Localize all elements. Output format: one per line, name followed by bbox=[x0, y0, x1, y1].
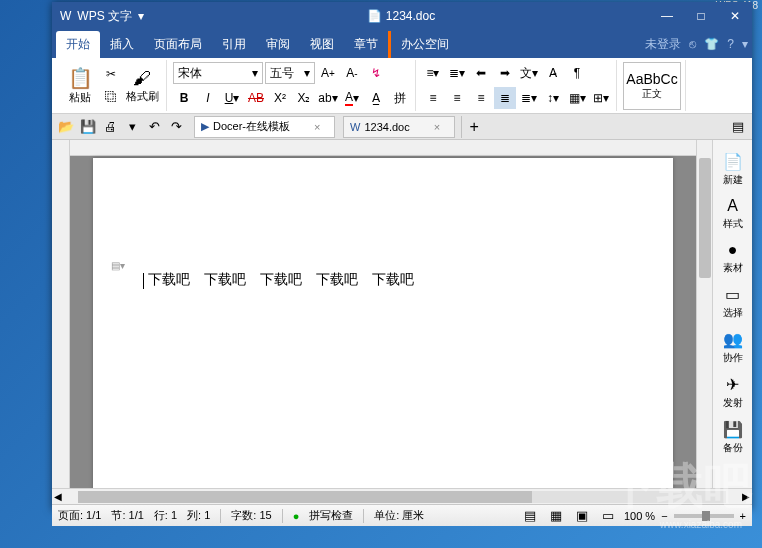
zoom-in-button[interactable]: + bbox=[740, 510, 746, 522]
status-page[interactable]: 页面: 1/1 bbox=[58, 508, 101, 523]
hscroll-thumb[interactable] bbox=[78, 491, 532, 503]
numbering-button[interactable]: ≣▾ bbox=[446, 62, 468, 84]
view-mode-2[interactable]: ▦ bbox=[546, 506, 566, 526]
cut-button[interactable]: ✂ bbox=[100, 63, 122, 85]
menu-insert[interactable]: 插入 bbox=[100, 31, 144, 58]
print-button[interactable]: 🖨 bbox=[100, 117, 120, 137]
tab-docer[interactable]: ▶ Docer-在线模板 × bbox=[194, 116, 335, 138]
tabs-list-button[interactable]: ▤ bbox=[728, 117, 748, 137]
highlight-button[interactable]: ab▾ bbox=[317, 87, 339, 109]
clear-format-button[interactable]: ↯ bbox=[365, 62, 387, 84]
status-spell[interactable]: 拼写检查 bbox=[309, 508, 353, 523]
side-backup[interactable]: 💾备份 bbox=[715, 416, 751, 459]
undo-button[interactable]: ↶ bbox=[144, 117, 164, 137]
shading-button[interactable]: ▦▾ bbox=[566, 87, 588, 109]
separator bbox=[363, 509, 364, 523]
status-zoom[interactable]: 100 % bbox=[624, 510, 655, 522]
side-styles[interactable]: A样式 bbox=[715, 193, 751, 235]
side-new[interactable]: 📄新建 bbox=[715, 148, 751, 191]
zoom-thumb[interactable] bbox=[702, 511, 710, 521]
menu-start[interactable]: 开始 bbox=[56, 31, 100, 58]
maximize-button[interactable]: □ bbox=[684, 2, 718, 30]
reveal-button[interactable]: А̵ bbox=[542, 62, 564, 84]
align-center-button[interactable]: ≡ bbox=[446, 87, 468, 109]
status-unit[interactable]: 单位: 厘米 bbox=[374, 508, 424, 523]
bullets-button[interactable]: ≡▾ bbox=[422, 62, 444, 84]
bold-button[interactable]: B bbox=[173, 87, 195, 109]
align-right-button[interactable]: ≡ bbox=[470, 87, 492, 109]
scroll-left-icon[interactable]: ◀ bbox=[52, 491, 64, 502]
vertical-scrollbar[interactable] bbox=[696, 140, 712, 488]
tab-document[interactable]: W 1234.doc × bbox=[343, 116, 455, 138]
view-mode-4[interactable]: ▭ bbox=[598, 506, 618, 526]
status-col[interactable]: 列: 1 bbox=[187, 508, 210, 523]
status-section[interactable]: 节: 1/1 bbox=[111, 508, 143, 523]
justify-button[interactable]: ≣ bbox=[494, 87, 516, 109]
title-dropdown-icon[interactable]: ▾ bbox=[138, 9, 144, 23]
save-button[interactable]: 💾 bbox=[78, 117, 98, 137]
subscript-button[interactable]: X₂ bbox=[293, 87, 315, 109]
strikethrough-button[interactable]: AB bbox=[245, 87, 267, 109]
status-line[interactable]: 行: 1 bbox=[154, 508, 177, 523]
menu-view[interactable]: 视图 bbox=[300, 31, 344, 58]
view-mode-1[interactable]: ▤ bbox=[520, 506, 540, 526]
vertical-ruler[interactable] bbox=[52, 140, 70, 488]
login-status[interactable]: 未登录 bbox=[645, 36, 681, 53]
view-mode-3[interactable]: ▣ bbox=[572, 506, 592, 526]
tab-docer-close[interactable]: × bbox=[314, 121, 328, 133]
zoom-slider[interactable] bbox=[674, 514, 734, 518]
borders-button[interactable]: ⊞▾ bbox=[590, 87, 612, 109]
side-launch[interactable]: ✈发射 bbox=[715, 371, 751, 414]
tab-document-close[interactable]: × bbox=[434, 121, 448, 133]
italic-button[interactable]: I bbox=[197, 87, 219, 109]
indent-button[interactable]: ➡ bbox=[494, 62, 516, 84]
font-color-button[interactable]: A▾ bbox=[341, 87, 363, 109]
font-size-combo[interactable]: 五号▾ bbox=[265, 62, 315, 84]
tab-add-button[interactable]: + bbox=[461, 116, 487, 138]
scroll-right-icon[interactable]: ▶ bbox=[740, 491, 752, 502]
side-collab[interactable]: 👥协作 bbox=[715, 326, 751, 369]
menu-review[interactable]: 审阅 bbox=[256, 31, 300, 58]
copy-button[interactable]: ⿻ bbox=[100, 86, 122, 108]
minimize-button[interactable]: — bbox=[650, 2, 684, 30]
quick-dropdown[interactable]: ▾ bbox=[122, 117, 142, 137]
menu-references[interactable]: 引用 bbox=[212, 31, 256, 58]
shirt-icon[interactable]: 👕 bbox=[704, 37, 719, 51]
outdent-button[interactable]: ⬅ bbox=[470, 62, 492, 84]
grow-font-button[interactable]: A+ bbox=[317, 62, 339, 84]
skin-icon[interactable]: ⎋ bbox=[689, 37, 696, 51]
help-icon[interactable]: ? bbox=[727, 37, 734, 51]
text-direction-button[interactable]: 文▾ bbox=[518, 62, 540, 84]
document-page[interactable]: ▤▾ 下载吧 下载吧 下载吧 下载吧 下载吧 bbox=[93, 158, 673, 488]
horizontal-ruler[interactable] bbox=[70, 140, 696, 156]
char-border-button[interactable]: A̲ bbox=[365, 87, 387, 109]
paste-button[interactable]: 📋 粘贴 bbox=[60, 61, 100, 111]
zoom-out-button[interactable]: − bbox=[661, 510, 667, 522]
show-marks-button[interactable]: ¶ bbox=[566, 62, 588, 84]
distribute-button[interactable]: ≣▾ bbox=[518, 87, 540, 109]
redo-button[interactable]: ↷ bbox=[166, 117, 186, 137]
status-chars[interactable]: 字数: 15 bbox=[231, 508, 271, 523]
underline-button[interactable]: U▾ bbox=[221, 87, 243, 109]
menu-office-space[interactable]: 办公空间 bbox=[388, 31, 459, 58]
scrollbar-thumb[interactable] bbox=[699, 158, 711, 278]
titlebar-doc: 📄 1234.doc bbox=[152, 9, 650, 23]
hscroll-track[interactable] bbox=[78, 491, 726, 503]
phonetic-button[interactable]: 拼 bbox=[389, 87, 411, 109]
open-button[interactable]: 📂 bbox=[56, 117, 76, 137]
shrink-font-button[interactable]: A- bbox=[341, 62, 363, 84]
menu-section[interactable]: 章节 bbox=[344, 31, 388, 58]
tab-docer-label: Docer-在线模板 bbox=[213, 119, 290, 134]
format-painter-button[interactable]: 🖌 格式刷 bbox=[122, 61, 162, 111]
help-dropdown-icon[interactable]: ▾ bbox=[742, 37, 748, 51]
close-button[interactable]: ✕ bbox=[718, 2, 752, 30]
superscript-button[interactable]: X² bbox=[269, 87, 291, 109]
align-left-button[interactable]: ≡ bbox=[422, 87, 444, 109]
side-assets[interactable]: ●素材 bbox=[715, 237, 751, 279]
style-gallery-item[interactable]: AaBbCc 正文 bbox=[623, 62, 681, 110]
font-name-combo[interactable]: 宋体▾ bbox=[173, 62, 263, 84]
menu-page-layout[interactable]: 页面布局 bbox=[144, 31, 212, 58]
side-select[interactable]: ▭选择 bbox=[715, 281, 751, 324]
line-spacing-button[interactable]: ↕▾ bbox=[542, 87, 564, 109]
horizontal-scrollbar[interactable]: ◀ ▶ bbox=[52, 488, 752, 504]
